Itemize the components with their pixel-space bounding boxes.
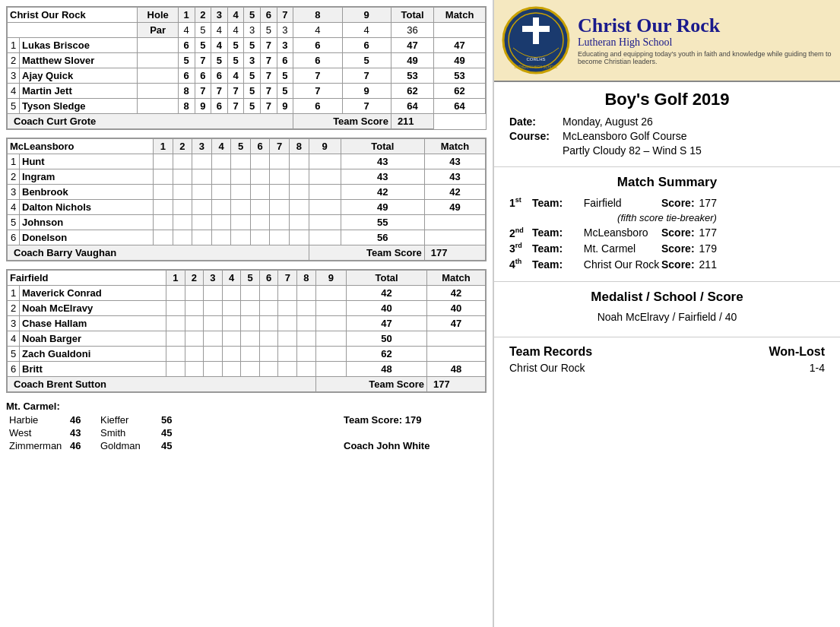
course-label: Course: bbox=[509, 130, 563, 142]
match-row-4: 4th Team: Christ Our Rock Score: 211 bbox=[509, 258, 825, 271]
match-summary-panel: Match Summary 1st Team: Fairfield Score:… bbox=[494, 167, 840, 282]
table-row: 4 Noah Barger 50 bbox=[8, 331, 486, 347]
svg-text:LUTHERAN HIGH SCHOOL: LUTHERAN HIGH SCHOOL bbox=[514, 65, 558, 69]
date-label: Date: bbox=[509, 116, 563, 128]
team3-coach: Coach Brent Sutton bbox=[8, 377, 316, 392]
table-row: 2 Matthew Slover 5 7 5 5 3 7 6 6 5 49 49 bbox=[8, 53, 486, 68]
tiebreaker-note: (fifth score tie-breaker) bbox=[509, 212, 825, 223]
table-row: 5 Johnson 55 bbox=[8, 215, 486, 230]
place-3: 3rd bbox=[509, 242, 532, 255]
svg-rect-3 bbox=[522, 26, 550, 32]
course-value: McLeansboro Golf Course bbox=[563, 130, 686, 142]
team1-name: Christ Our Rock bbox=[8, 8, 138, 23]
hole-header-1: Hole bbox=[138, 8, 178, 23]
school-logo: CORLHS LUTHERAN HIGH SCHOOL bbox=[502, 6, 570, 74]
team1-table-wrapper: Christ Our Rock Hole 1 2 3 4 5 6 7 8 9 T… bbox=[6, 6, 487, 130]
table-row: 4 Martin Jett 8 7 7 7 5 7 5 7 9 62 62 bbox=[8, 84, 486, 99]
team2-score-value: 177 bbox=[424, 245, 485, 261]
table-row: 6 Britt 4848 bbox=[8, 362, 486, 377]
hole-9: 9 bbox=[342, 8, 391, 23]
hole-6: 6 bbox=[260, 8, 277, 23]
team3-coach-row: Coach Brent Sutton Team Score 177 bbox=[8, 377, 486, 392]
match-row-3: 3rd Team: Mt. Carmel Score: 179 bbox=[509, 242, 825, 255]
records-team-name: Christ Our Rock bbox=[509, 362, 764, 374]
date-value: Monday, August 26 bbox=[563, 116, 653, 128]
team3-score-value: 177 bbox=[426, 377, 485, 392]
match-summary-title: Match Summary bbox=[509, 175, 825, 190]
medalist-section: Medalist / School / Score Noah McElravy … bbox=[494, 282, 840, 337]
right-panel: CORLHS LUTHERAN HIGH SCHOOL Christ Our R… bbox=[494, 0, 840, 627]
place-2: 2nd bbox=[509, 226, 532, 239]
school-banner: CORLHS LUTHERAN HIGH SCHOOL Christ Our R… bbox=[494, 0, 840, 82]
hole-total: Total bbox=[391, 8, 433, 23]
hole-2: 2 bbox=[195, 8, 211, 23]
table-row: 6 Donelson 56 bbox=[8, 230, 486, 245]
team1-par-label bbox=[8, 23, 138, 38]
team3-table-wrapper: Fairfield 1 2 3 4 5 6 7 8 9 Total Match … bbox=[6, 269, 487, 393]
team2-coach-row: Coach Barry Vaughan Team Score 177 bbox=[8, 245, 486, 261]
table-row: 2 Ingram 4343 bbox=[8, 169, 486, 185]
table-row: Zimmerman 46 Goldman 45 Coach John White bbox=[6, 439, 487, 452]
course-row: Course: McLeansboro Golf Course bbox=[509, 130, 825, 142]
school-name-secondary: Lutheran High School bbox=[578, 36, 832, 49]
mt-carmel-table: Harbie 46 Kieffer 56 Team Score: 179 Wes… bbox=[6, 413, 487, 452]
mt-carmel-section: Mt. Carmel: Harbie 46 Kieffer 56 Team Sc… bbox=[6, 401, 487, 452]
school-name-primary: Christ Our Rock bbox=[578, 15, 832, 37]
table-row: 2 Noah McElravy 4040 bbox=[8, 301, 486, 316]
hole-8: 8 bbox=[293, 8, 342, 23]
team2-score-label: Team Score bbox=[309, 245, 424, 261]
team2-coach: Coach Barry Vaughan bbox=[8, 245, 309, 261]
par-label: Par bbox=[138, 23, 178, 38]
table-row: 1 Lukas Briscoe 6 5 4 5 5 7 3 6 6 47 47 bbox=[8, 38, 486, 53]
mt-carmel-title: Mt. Carmel: bbox=[6, 401, 487, 412]
hole-3: 3 bbox=[211, 8, 228, 23]
table-row: 5 Zach Gualdoni 62 bbox=[8, 347, 486, 362]
match-row-2: 2nd Team: McLeansboro Score: 177 bbox=[509, 226, 825, 239]
school-name-block: Christ Our Rock Lutheran High School Edu… bbox=[578, 15, 832, 66]
table-row: 5 Tyson Sledge 8 9 6 7 5 7 9 6 7 64 64 bbox=[8, 99, 486, 114]
table-row: West 43 Smith 45 bbox=[6, 426, 487, 439]
team1-coach: Coach Curt Grote bbox=[8, 114, 293, 129]
team1-score-label: Team Score bbox=[293, 114, 391, 129]
team2-score-table: McLeansboro 1 2 3 4 5 6 7 8 9 Total Matc… bbox=[7, 138, 486, 261]
event-title: Boy's Golf 2019 bbox=[509, 90, 825, 109]
table-row: 1 Hunt 4343 bbox=[8, 154, 486, 169]
place-1: 1st bbox=[509, 196, 532, 209]
records-header: Team Records Won-Lost bbox=[509, 345, 825, 359]
table-row: 4 Dalton Nichols 4949 bbox=[8, 200, 486, 215]
hole-4: 4 bbox=[227, 8, 244, 23]
team3-name: Fairfield bbox=[8, 271, 166, 286]
team1-score-value: 211 bbox=[391, 114, 433, 129]
table-row: 3 Ajay Quick 6 6 6 4 5 7 5 7 7 53 53 bbox=[8, 68, 486, 84]
records-team-record: 1-4 bbox=[764, 362, 825, 374]
table-row: 3 Chase Hallam 4747 bbox=[8, 316, 486, 331]
place-4: 4th bbox=[509, 258, 532, 271]
team3-score-table: Fairfield 1 2 3 4 5 6 7 8 9 Total Match … bbox=[7, 270, 486, 392]
hole-1: 1 bbox=[178, 8, 195, 23]
team2-name: McLeansboro bbox=[8, 139, 154, 154]
weather-row: Partly Cloudy 82 – Wind S 15 bbox=[563, 144, 825, 157]
school-tagline: Educating and equipping today's youth in… bbox=[578, 50, 832, 65]
team-records-section: Team Records Won-Lost Christ Our Rock 1-… bbox=[494, 337, 840, 382]
records-row: Christ Our Rock 1-4 bbox=[509, 362, 825, 374]
team3-score-label: Team Score bbox=[315, 377, 426, 392]
team1-coach-row: Coach Curt Grote Team Score 211 bbox=[8, 114, 486, 129]
svg-text:CORLHS: CORLHS bbox=[526, 57, 545, 62]
records-header-wonlost: Won-Lost bbox=[764, 345, 825, 359]
hole-7: 7 bbox=[277, 8, 293, 23]
date-row: Date: Monday, August 26 bbox=[509, 116, 825, 128]
medalist-title: Medalist / School / Score bbox=[509, 290, 825, 305]
table-row: 1 Maverick Conrad 4242 bbox=[8, 286, 486, 301]
team2-table-wrapper: McLeansboro 1 2 3 4 5 6 7 8 9 Total Matc… bbox=[6, 138, 487, 261]
hole-5: 5 bbox=[244, 8, 261, 23]
table-row: 3 Benbrook 4242 bbox=[8, 185, 486, 200]
match-row-1: 1st Team: Fairfield Score: 177 bbox=[509, 196, 825, 209]
medalist-value: Noah McElravy / Fairfield / 40 bbox=[509, 311, 825, 323]
records-header-label: Team Records bbox=[509, 345, 764, 359]
team1-score-table: Christ Our Rock Hole 1 2 3 4 5 6 7 8 9 T… bbox=[7, 7, 486, 129]
left-panel: Christ Our Rock Hole 1 2 3 4 5 6 7 8 9 T… bbox=[0, 0, 494, 627]
info-panel: Boy's Golf 2019 Date: Monday, August 26 … bbox=[494, 82, 840, 167]
table-row: Harbie 46 Kieffer 56 Team Score: 179 bbox=[6, 413, 487, 426]
hole-match: Match bbox=[434, 8, 486, 23]
